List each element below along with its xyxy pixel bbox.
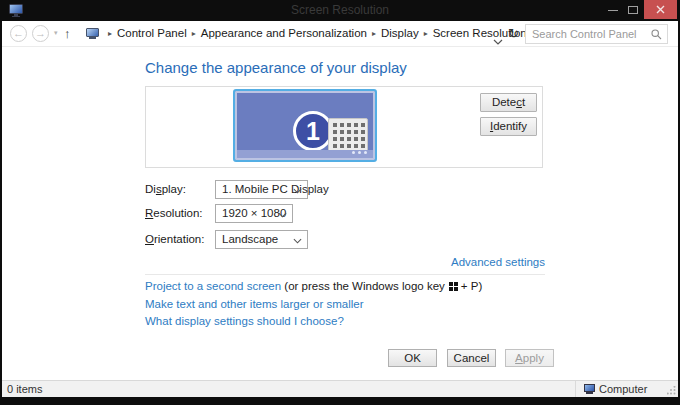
- windows-logo-icon: [449, 282, 458, 291]
- detect-button[interactable]: Detect: [480, 93, 537, 112]
- breadcrumb-item-display[interactable]: Display: [381, 27, 419, 39]
- project-second-screen-row: Project to a second screen (or press the…: [145, 280, 482, 292]
- back-icon: ←: [13, 27, 24, 39]
- search-box: [525, 24, 668, 44]
- chevron-down-icon: [278, 212, 287, 218]
- detect-label-post: t: [522, 96, 525, 108]
- keypad-icon: [328, 118, 368, 152]
- breadcrumb: ▸Control Panel▸Appearance and Personaliz…: [103, 27, 527, 39]
- refresh-icon: ↻: [508, 26, 519, 41]
- display-label: Display:: [145, 183, 186, 195]
- chevron-down-icon: ▾: [54, 29, 58, 36]
- minimize-button[interactable]: [608, 10, 618, 11]
- divider: [145, 274, 545, 275]
- ok-button[interactable]: OK: [388, 349, 437, 367]
- detect-label-pre: Dete: [492, 96, 516, 108]
- orientation-label: Orientation:: [145, 233, 204, 245]
- monitor-number-badge: 1: [293, 111, 333, 151]
- display-dropdown-value: 1. Mobile PC Display: [222, 183, 329, 195]
- computer-icon: [584, 384, 595, 394]
- recent-pages-button[interactable]: ▾: [54, 29, 58, 37]
- resize-grip[interactable]: [667, 386, 676, 395]
- monitor-number: 1: [306, 117, 320, 146]
- resolution-dropdown[interactable]: 1920 × 1080: [215, 204, 293, 223]
- display-settings-help-link[interactable]: What display settings should I choose?: [145, 315, 344, 327]
- back-button[interactable]: ←: [10, 25, 27, 42]
- search-icon[interactable]: [651, 29, 662, 40]
- orientation-dropdown-value: Landscape: [222, 233, 278, 245]
- make-text-larger-link[interactable]: Make text and other items larger or smal…: [145, 298, 364, 310]
- apply-label-post: pply: [523, 352, 544, 364]
- monitor-taskbar: [237, 150, 373, 158]
- security-zone: Computer: [584, 383, 647, 395]
- items-count: 0 items: [7, 383, 42, 395]
- address-toolbar: ← → ▾ ↑ ▸Control Panel▸Appearance and Pe…: [2, 21, 678, 47]
- forward-icon: →: [35, 27, 46, 39]
- project-suffix-post: + P): [461, 280, 482, 292]
- display-dropdown[interactable]: 1. Mobile PC Display: [215, 180, 308, 199]
- breadcrumb-item-appearance[interactable]: Appearance and Personalization: [201, 27, 367, 39]
- up-arrow-icon: ↑: [64, 26, 71, 41]
- breadcrumb-item-control-panel[interactable]: Control Panel: [117, 27, 187, 39]
- titlebar: Screen Resolution: [0, 0, 680, 21]
- page-title: Change the appearance of your display: [145, 59, 407, 76]
- window-title: Screen Resolution: [0, 3, 680, 17]
- identify-button[interactable]: Identify: [480, 117, 537, 136]
- status-bar: 0 items Computer: [2, 380, 678, 397]
- apply-label-key: A: [515, 352, 523, 364]
- breadcrumb-separator-icon: ▸: [187, 29, 201, 38]
- monitor-dots-icon: [352, 151, 367, 154]
- close-button[interactable]: [644, 0, 677, 19]
- identify-label-post: dentify: [493, 120, 527, 132]
- close-icon: [656, 5, 665, 14]
- status-divider: [575, 381, 576, 397]
- zone-label: Computer: [599, 383, 647, 395]
- breadcrumb-separator-icon: ▸: [103, 29, 117, 38]
- chevron-down-icon: [293, 188, 302, 194]
- up-button[interactable]: ↑: [64, 26, 71, 41]
- cancel-button[interactable]: Cancel: [447, 349, 496, 367]
- apply-button[interactable]: Apply: [505, 349, 554, 367]
- chevron-down-icon: [293, 238, 302, 244]
- project-suffix-pre: (or press the Windows logo key: [281, 280, 445, 292]
- monitor-1-preview[interactable]: 1: [233, 89, 377, 162]
- resolution-label: Resolution:: [145, 207, 203, 219]
- maximize-button[interactable]: [628, 6, 638, 14]
- breadcrumb-separator-icon: ▸: [367, 29, 381, 38]
- refresh-button[interactable]: ↻: [508, 26, 519, 41]
- orientation-dropdown[interactable]: Landscape: [215, 230, 308, 249]
- search-input[interactable]: [532, 26, 647, 42]
- project-second-screen-link[interactable]: Project to a second screen: [145, 280, 281, 292]
- advanced-settings-link[interactable]: Advanced settings: [451, 256, 545, 268]
- content-area: Change the appearance of your display 1 …: [2, 47, 678, 380]
- location-icon: [86, 28, 99, 40]
- chevron-down-icon: [493, 39, 503, 45]
- forward-button[interactable]: →: [32, 25, 49, 42]
- breadcrumb-separator-icon: ▸: [419, 29, 433, 38]
- resolution-dropdown-value: 1920 × 1080: [222, 207, 286, 219]
- screen-resolution-window: Screen Resolution ← → ▾ ↑ ▸Control Panel…: [0, 0, 680, 405]
